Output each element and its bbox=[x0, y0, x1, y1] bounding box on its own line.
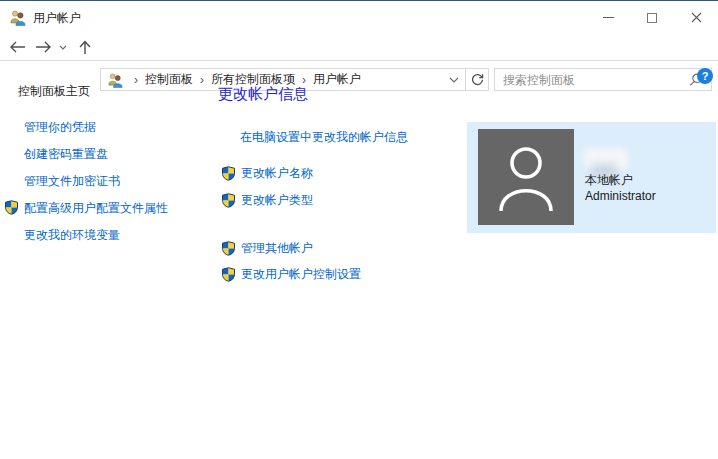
maximize-button[interactable] bbox=[630, 2, 674, 33]
task-label: 更改用户帐户控制设置 bbox=[241, 266, 361, 283]
back-arrow-icon bbox=[9, 41, 26, 53]
breadcrumb-control-panel[interactable]: 控制面板 bbox=[145, 71, 193, 88]
maximize-icon bbox=[647, 13, 657, 23]
forward-arrow-icon bbox=[35, 41, 52, 53]
up-arrow-icon bbox=[79, 40, 91, 55]
up-button[interactable] bbox=[74, 37, 96, 57]
minimize-icon bbox=[603, 17, 614, 18]
help-button[interactable]: ? bbox=[697, 68, 713, 84]
user-accounts-icon bbox=[9, 9, 26, 26]
sidebar-item-credentials[interactable]: 管理你的凭据 bbox=[24, 119, 96, 136]
toolbar-divider bbox=[0, 60, 718, 61]
task-manage-other-accounts[interactable]: 管理其他帐户 bbox=[221, 240, 313, 257]
breadcrumb-separator: › bbox=[127, 73, 145, 87]
breadcrumb-user-accounts[interactable]: 用户帐户 bbox=[313, 71, 361, 88]
close-icon bbox=[691, 12, 702, 23]
uac-shield-icon bbox=[221, 267, 236, 282]
task-change-account-type[interactable]: 更改帐户类型 bbox=[221, 192, 313, 209]
pc-settings-link[interactable]: 在电脑设置中更改我的帐户信息 bbox=[240, 129, 408, 146]
close-button[interactable] bbox=[674, 2, 718, 33]
account-type-label: 本地帐户 bbox=[585, 172, 633, 189]
account-username: Administrator bbox=[585, 189, 656, 203]
task-label: 更改帐户类型 bbox=[241, 192, 313, 209]
search-input[interactable] bbox=[495, 73, 688, 87]
task-change-account-name[interactable]: 更改帐户名称 bbox=[221, 165, 313, 182]
uac-shield-icon bbox=[4, 200, 19, 215]
account-tile: 本地帐户 Administrator bbox=[467, 122, 716, 233]
back-button[interactable] bbox=[6, 37, 28, 57]
avatar bbox=[478, 129, 574, 225]
chevron-down-icon bbox=[59, 45, 67, 50]
uac-shield-icon bbox=[221, 193, 236, 208]
uac-shield-icon bbox=[221, 241, 236, 256]
sidebar-item-home[interactable]: 控制面板主页 bbox=[18, 83, 90, 100]
refresh-button[interactable] bbox=[466, 68, 489, 91]
address-bar: › 控制面板 › 所有控制面板项 › 用户帐户 bbox=[0, 33, 718, 60]
minimize-button[interactable] bbox=[586, 2, 630, 33]
breadcrumb-separator: › bbox=[193, 73, 211, 87]
task-change-uac-settings[interactable]: 更改用户帐户控制设置 bbox=[221, 266, 361, 283]
title-bar: 用户帐户 bbox=[0, 2, 718, 33]
recent-pages-button[interactable] bbox=[56, 37, 70, 57]
sidebar-item-advanced-profile[interactable]: 配置高级用户配置文件属性 bbox=[24, 200, 168, 217]
sidebar-item-encryption-certificates[interactable]: 管理文件加密证书 bbox=[24, 173, 120, 190]
person-silhouette-icon bbox=[478, 129, 574, 225]
forward-button[interactable] bbox=[32, 37, 54, 57]
address-dropdown-button[interactable] bbox=[449, 77, 459, 83]
task-label: 更改帐户名称 bbox=[241, 165, 313, 182]
page-title: 更改帐户信息 bbox=[218, 85, 308, 104]
chevron-down-icon bbox=[449, 77, 459, 83]
sidebar-item-password-reset-disk[interactable]: 创建密码重置盘 bbox=[24, 146, 108, 163]
search-box bbox=[494, 68, 712, 91]
sidebar-item-environment-variables[interactable]: 更改我的环境变量 bbox=[24, 227, 120, 244]
window-title: 用户帐户 bbox=[33, 10, 81, 27]
user-accounts-small-icon bbox=[107, 72, 123, 88]
task-label: 管理其他帐户 bbox=[241, 240, 313, 257]
refresh-icon bbox=[471, 73, 484, 86]
uac-shield-icon bbox=[221, 166, 236, 181]
